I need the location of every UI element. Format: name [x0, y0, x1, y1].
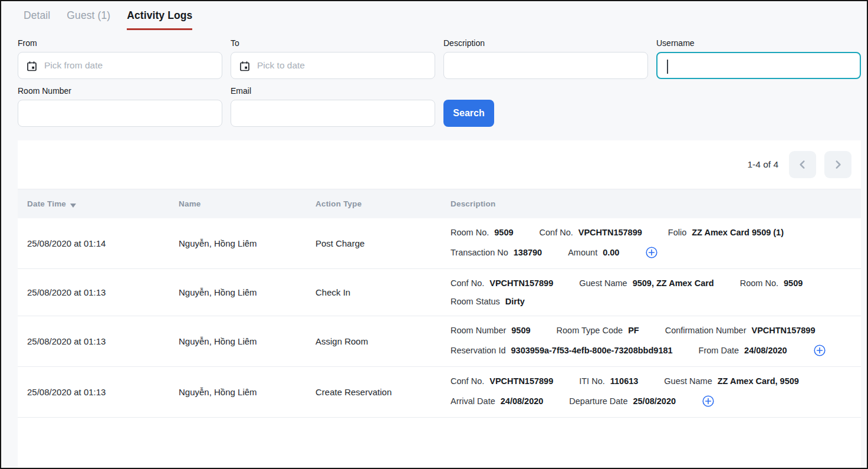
description-pair: FolioZZ Amex Card 9509 (1) [668, 228, 784, 237]
tab-guest[interactable]: Guest (1) [67, 9, 110, 30]
room-number-field: Room Number [18, 86, 222, 127]
description-pair-label: Conf No. [451, 278, 484, 288]
description-pair: Room Type CodePF [557, 326, 639, 335]
description-pair: Transaction No138790 [451, 248, 542, 257]
expand-plus-icon[interactable] [645, 246, 658, 259]
description-pair-label: Room Status [451, 297, 500, 306]
table-body: 25/08/2020 at 01:14Nguyễn, Hồng LiêmPost… [18, 218, 861, 418]
description-pair-value: 9509 [784, 278, 803, 288]
description-pair: From Date24/08/2020 [699, 346, 787, 355]
description-pair: Amount0.00 [568, 248, 619, 257]
next-page-button[interactable] [824, 151, 851, 178]
description-pair-label: Room Type Code [557, 326, 623, 335]
description-pair: ITI No.110613 [579, 376, 638, 386]
description-pair-label: Transaction No [451, 248, 508, 257]
to-date-field: To [231, 38, 435, 79]
from-date-input[interactable] [18, 53, 222, 78]
username-input[interactable] [657, 53, 860, 78]
description-pair-value: 138790 [514, 248, 542, 257]
cell-name: Nguyễn, Hồng Liêm [179, 387, 315, 397]
email-label: Email [231, 86, 435, 96]
description-label: Description [443, 38, 648, 48]
description-pair-label: Guest Name [664, 376, 712, 386]
table-row: 25/08/2020 at 01:13Nguyễn, Hồng LiêmAssi… [18, 316, 861, 367]
cell-name: Nguyễn, Hồng Liêm [179, 336, 315, 346]
description-pair: Conf No.VPCHTN157899 [540, 228, 642, 237]
description-pair: Arrival Date24/08/2020 [451, 396, 543, 406]
results-card: 1-4 of 4 Date Time Name Action Type [18, 140, 861, 468]
description-pair-label: Amount [568, 248, 597, 257]
description-pair-value: VPCHTN157899 [489, 376, 553, 386]
room-number-input[interactable] [18, 100, 222, 126]
to-date-input[interactable] [231, 53, 435, 78]
description-pair-label: Conf No. [451, 376, 484, 386]
cell-description: Room Number9509Room Type CodePFConfirmat… [451, 316, 861, 366]
description-pair-value: 0.00 [603, 248, 619, 257]
table-row: 25/08/2020 at 01:14Nguyễn, Hồng LiêmPost… [18, 218, 861, 269]
description-pair: Conf No.VPCHTN157899 [451, 278, 553, 288]
previous-page-button[interactable] [789, 151, 816, 178]
cell-date-time: 25/08/2020 at 01:13 [27, 287, 179, 297]
email-input[interactable] [231, 100, 435, 126]
description-pair-value: 9509 [511, 326, 530, 335]
description-pair: Room StatusDirty [451, 297, 525, 306]
description-pair: Room No.9509 [740, 278, 803, 288]
description-pair-value: 9509 [494, 228, 513, 237]
cell-description: Room No.9509Conf No.VPCHTN157899FolioZZ … [451, 218, 861, 268]
column-header-description[interactable]: Description [451, 199, 861, 208]
column-header-name[interactable]: Name [179, 199, 315, 208]
description-field: Description [443, 38, 648, 79]
description-pair-value: VPCHTN157899 [751, 326, 815, 335]
chevron-right-icon [833, 159, 843, 170]
description-pair-label: Confirmation Number [665, 326, 747, 335]
description-pair-value: VPCHTN157899 [578, 228, 642, 237]
description-pair-value: 25/08/2020 [633, 396, 676, 406]
description-pair-value: 9303959a-7f53-4efb-800e-73208bbd9181 [511, 346, 673, 355]
description-pair: Conf No.VPCHTN157899 [451, 376, 553, 386]
description-pair-label: Conf No. [540, 228, 573, 237]
expand-plus-icon[interactable] [813, 344, 826, 357]
cell-name: Nguyễn, Hồng Liêm [179, 287, 315, 297]
expand-plus-icon[interactable] [702, 395, 715, 408]
cell-date-time: 25/08/2020 at 01:14 [27, 238, 179, 248]
cell-description: Conf No.VPCHTN157899ITI No.110613Guest N… [451, 367, 861, 417]
cell-date-time: 25/08/2020 at 01:13 [27, 387, 179, 397]
sort-descending-icon [70, 204, 76, 208]
description-pair-value: PF [628, 326, 639, 335]
description-pair-value: ZZ Amex Card, 9509 [718, 376, 799, 386]
pagination-range: 1-4 of 4 [747, 159, 778, 170]
description-input[interactable] [444, 53, 647, 78]
username-field: Username [656, 38, 861, 79]
cell-action-type: Post Charge [315, 238, 451, 248]
search-button[interactable]: Search [443, 100, 494, 127]
description-pair: Departure Date25/08/2020 [569, 396, 676, 406]
table-header-row: Date Time Name Action Type Description [18, 189, 861, 218]
description-pair: Reservation Id9303959a-7f53-4efb-800e-73… [451, 346, 673, 355]
description-pair-label: Room Number [451, 326, 506, 335]
tab-activity-logs[interactable]: Activity Logs [127, 9, 192, 30]
cell-description: Conf No.VPCHTN157899Guest Name9509, ZZ A… [451, 269, 861, 316]
description-pair-label: Reservation Id [451, 346, 506, 355]
description-pair-value: 24/08/2020 [744, 346, 787, 355]
description-pair-value: VPCHTN157899 [489, 278, 553, 288]
tab-detail[interactable]: Detail [24, 9, 50, 30]
description-pair-label: ITI No. [579, 376, 605, 386]
description-pair: Room No.9509 [451, 228, 514, 237]
cell-name: Nguyễn, Hồng Liêm [179, 238, 315, 248]
column-header-date-time[interactable]: Date Time [27, 199, 179, 208]
description-pair-label: Room No. [451, 228, 489, 237]
description-pair: Confirmation NumberVPCHTN157899 [665, 326, 816, 335]
from-date-field: From [18, 38, 222, 79]
cell-action-type: Check In [315, 287, 451, 297]
description-pair-label: Departure Date [569, 396, 627, 406]
description-pair-label: Room No. [740, 278, 778, 288]
column-header-action-type[interactable]: Action Type [315, 199, 451, 208]
cell-date-time: 25/08/2020 at 01:13 [27, 336, 179, 346]
cell-action-type: Create Reservation [315, 387, 451, 397]
description-pair: Guest Name9509, ZZ Amex Card [579, 278, 714, 288]
activity-logs-screen: Detail Guest (1) Activity Logs From To [0, 0, 868, 469]
username-label: Username [656, 38, 861, 48]
from-label: From [18, 38, 222, 48]
description-pair-value: 110613 [610, 376, 639, 386]
description-pair-value: Dirty [505, 297, 525, 306]
